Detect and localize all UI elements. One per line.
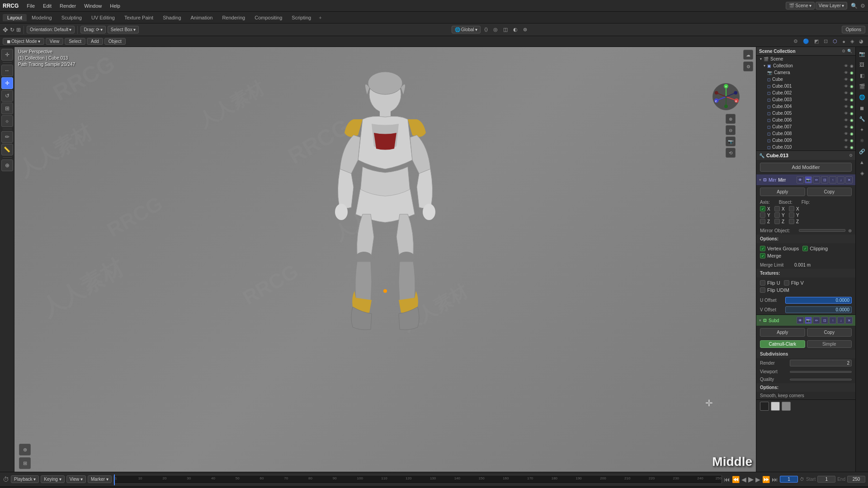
scene-item-camera[interactable]: 📷 Camera 👁 ◉	[756, 69, 855, 76]
scene-item-scene[interactable]: ▾ 🎬 Scene	[756, 56, 855, 62]
scene-item-cube004[interactable]: ◻ Cube.004 👁 ◉	[756, 103, 855, 110]
xray-icon[interactable]: ◫	[501, 26, 509, 33]
mirror-remove-btn[interactable]: ✕	[845, 176, 853, 183]
render-props-icon[interactable]: 📷	[857, 49, 867, 59]
solid-icon[interactable]: ●	[840, 38, 847, 45]
subd-edit-btn[interactable]: ✏	[813, 317, 820, 324]
marker-dropdown[interactable]: Marker ▾	[88, 475, 112, 483]
obj-settings-icon[interactable]: ⚙	[849, 153, 853, 158]
viewport-shading-icon[interactable]: ◐	[511, 26, 519, 33]
view-dropdown[interactable]: View ▾	[66, 475, 86, 483]
overlay-icon[interactable]: ⊛	[521, 26, 529, 33]
measure-btn[interactable]: 📏	[1, 144, 13, 155]
camera-view-btn[interactable]: 📷	[726, 136, 736, 146]
grid-view-icon[interactable]: ⊞	[19, 457, 31, 469]
clipping-checkbox[interactable]	[802, 246, 808, 251]
outliner-search-icon[interactable]: 🔍	[847, 48, 853, 54]
camera-render-icon[interactable]: ◉	[850, 70, 854, 75]
transform-grab-icon[interactable]: ✥	[3, 26, 8, 33]
options-btn[interactable]: Options	[842, 26, 865, 33]
material-icon[interactable]: ◈	[849, 38, 856, 45]
axis-y-checkbox[interactable]	[760, 212, 765, 218]
bisect-y-checkbox[interactable]	[774, 212, 780, 218]
render-subdiv-value[interactable]: 2	[790, 360, 852, 366]
tab-uv-editing[interactable]: UV Editing	[87, 14, 119, 21]
overlay-settings-icon[interactable]: ☁	[743, 50, 753, 60]
cube-eye-icon[interactable]: 👁	[844, 77, 848, 82]
scene-item-cube006[interactable]: ◻ Cube.006 👁 ◉	[756, 117, 855, 123]
viewport-gizmo-icon[interactable]: 🔵	[801, 38, 811, 45]
subd-up-btn[interactable]: ↑	[829, 317, 836, 324]
world-props-icon[interactable]: 🌐	[857, 92, 867, 102]
modifier-props-icon active[interactable]: 🔧	[857, 114, 867, 124]
merge-checkbox[interactable]	[760, 253, 765, 258]
view-origin-icon[interactable]: ⊕	[19, 444, 31, 455]
flip-udim-checkbox[interactable]	[760, 287, 765, 293]
viewport[interactable]: RRCG 人人素材 人人素材 RRCG RRCG 人人素材 人人素材 RRCG …	[14, 47, 756, 472]
menu-render[interactable]: Render	[56, 2, 80, 9]
rotate-icon[interactable]: ↻	[10, 27, 14, 33]
axis-z-checkbox[interactable]	[760, 219, 765, 224]
swatch-black[interactable]	[760, 402, 769, 411]
search-icon[interactable]: 🔍	[851, 3, 858, 9]
material-props-icon[interactable]: ◈	[857, 168, 867, 178]
bisect-x-checkbox[interactable]	[774, 206, 780, 211]
view-layer-selector[interactable]: View Layer ▾	[816, 2, 847, 9]
scene-item-cube005[interactable]: ◻ Cube.005 👁 ◉	[756, 110, 855, 117]
scale-tool-btn[interactable]: ⊞	[1, 103, 13, 114]
subd-render-btn[interactable]: 📷	[805, 317, 812, 324]
tab-modeling[interactable]: Modeling	[27, 14, 57, 21]
scene-item-collection[interactable]: ▾ ▣ Collection 👁 ◉	[756, 62, 855, 69]
flip-u-checkbox[interactable]	[760, 280, 765, 286]
play-btn[interactable]: ▶	[748, 475, 754, 483]
outliner-filter-icon[interactable]: ⚙	[841, 48, 846, 54]
select-btn[interactable]: Select	[65, 38, 85, 45]
u-offset-field[interactable]: 0.0000	[785, 297, 852, 304]
swatch-white[interactable]	[771, 402, 780, 411]
next-keyframe-btn[interactable]: ⏩	[762, 476, 770, 483]
bisect-z-checkbox[interactable]	[774, 219, 780, 224]
eye-icon[interactable]: 👁	[844, 64, 848, 68]
render-display-icon[interactable]: ◩	[812, 38, 821, 45]
start-frame-input[interactable]	[817, 476, 835, 483]
subd-down-btn[interactable]: ↓	[837, 317, 844, 324]
add-cube-btn[interactable]: ⊕	[1, 160, 13, 171]
mirror-object-field[interactable]	[799, 229, 845, 232]
constraints-props-icon[interactable]: 🔗	[857, 146, 867, 156]
mirror-down-btn[interactable]: ↓	[837, 176, 844, 183]
filter-icon[interactable]: ⚙	[860, 3, 865, 9]
menu-file[interactable]: File	[23, 2, 38, 9]
wire-icon[interactable]: ⬡	[831, 38, 839, 45]
rendered-icon[interactable]: ◕	[857, 38, 865, 45]
subd-cage-btn[interactable]: ⊡	[821, 317, 828, 324]
output-props-icon[interactable]: 🖼	[857, 60, 867, 70]
prev-frame-btn[interactable]: ◀	[741, 476, 746, 483]
scene-item-cube007[interactable]: ◻ Cube.007 👁 ◉	[756, 123, 855, 130]
subd-remove-btn[interactable]: ✕	[845, 317, 853, 324]
add-btn[interactable]: Add	[87, 38, 103, 45]
tab-shading[interactable]: Shading	[158, 14, 185, 21]
scene-item-cube010[interactable]: ◻ Cube.010 👁 ◉	[756, 144, 855, 150]
cursor-tool-btn[interactable]: ✛	[1, 49, 13, 61]
jump-end-btn[interactable]: ⏭	[772, 476, 778, 483]
scene-item-cube[interactable]: ◻ Cube 👁 ◉	[756, 76, 855, 83]
view-layer-props-icon[interactable]: ◧	[857, 70, 867, 80]
viewport-settings-icon[interactable]: ⚙	[743, 61, 753, 71]
mirror-cage-btn[interactable]: ⊡	[821, 176, 828, 183]
flip-v-checkbox[interactable]	[784, 280, 789, 286]
menu-window[interactable]: Window	[80, 2, 105, 9]
subd-expand-icon[interactable]: ▾	[759, 318, 761, 323]
flip-z-checkbox[interactable]	[789, 219, 794, 224]
transform-tool-btn[interactable]: ⟐	[1, 115, 13, 127]
snap-icon[interactable]: ⟨⟩	[482, 26, 490, 33]
subd-apply-btn[interactable]: Apply	[760, 328, 805, 337]
mirror-edit-btn[interactable]: ✏	[813, 176, 820, 183]
menu-help[interactable]: Help	[106, 2, 124, 9]
object-btn[interactable]: Object	[104, 38, 126, 45]
rotate-tool-btn[interactable]: ↺	[1, 90, 13, 102]
mirror-up-btn[interactable]: ↑	[829, 176, 836, 183]
zoom-out-btn[interactable]: ⊖	[726, 125, 736, 135]
mirror-obj-pick-icon[interactable]: ⊕	[848, 228, 852, 233]
scene-props-icon[interactable]: 🎬	[857, 81, 867, 91]
viewport-overlay-icon[interactable]: ⚙	[792, 38, 800, 45]
